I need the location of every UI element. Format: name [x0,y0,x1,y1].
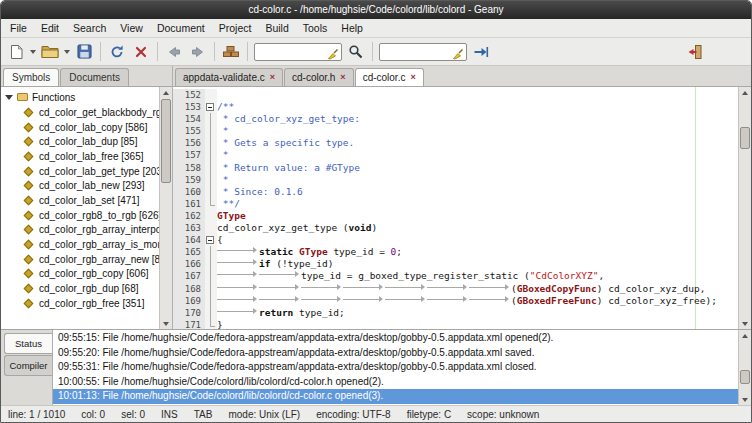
scroll-down-icon[interactable] [739,318,751,329]
line-number[interactable]: 157 [173,149,205,161]
nav-back-button[interactable] [162,40,186,64]
fold-margin[interactable] [205,246,217,258]
message-scrollbar[interactable] [738,330,751,405]
line-number[interactable]: 162 [173,210,205,222]
code-text[interactable]: GType [217,210,738,222]
line-number[interactable]: 160 [173,186,205,198]
nav-forward-button[interactable] [186,40,210,64]
line-number[interactable]: 158 [173,162,205,174]
symbol-item[interactable]: cd_color_rgb_array_new [896] [4,252,159,267]
code-text[interactable]: (GBoxedCopyFunc) cd_color_xyz_dup, [217,283,738,295]
fold-margin[interactable] [205,149,217,161]
fold-margin[interactable] [205,89,217,101]
code-text[interactable]: * Gets a specific type. [217,137,738,149]
line-number[interactable]: 167 [173,270,205,282]
editor-tab-cd-color.h[interactable]: cd-color.h× [284,68,354,86]
new-file-dropdown[interactable] [28,40,38,64]
line-number[interactable]: 166 [173,258,205,270]
symbol-item[interactable]: cd_color_lab_new [293] [4,178,159,193]
menu-item-search[interactable]: Search [66,20,113,36]
line-number[interactable]: 163 [173,222,205,234]
line-number[interactable]: 155 [173,125,205,137]
fold-margin[interactable] [205,283,217,295]
line-number[interactable]: 168 [173,283,205,295]
menu-item-project[interactable]: Project [212,20,259,36]
open-file-dropdown[interactable] [62,40,72,64]
fold-margin[interactable] [205,174,217,186]
line-number[interactable]: 161 [173,198,205,210]
goto-line-input[interactable] [380,45,448,59]
line-number[interactable]: 153 [173,101,205,113]
symbol-item[interactable]: cd_color_lab_dup [85] [4,134,159,149]
symbol-item[interactable]: cd_color_rgb_dup [68] [4,281,159,296]
symbol-item[interactable]: cd_color_lab_set [471] [4,193,159,208]
menu-item-tools[interactable]: Tools [296,20,335,36]
fold-margin[interactable] [205,162,217,174]
symbol-item[interactable]: cd_color_rgb_copy [606] [4,267,159,282]
clear-goto-icon[interactable] [452,46,464,58]
line-number[interactable]: 159 [173,174,205,186]
message-row[interactable]: 09:55:20: File /home/hughsie/Code/fedora… [53,346,738,361]
fold-margin[interactable] [205,210,217,222]
code-text[interactable]: type_id = g_boxed_type_register_static (… [217,270,738,282]
menu-item-help[interactable]: Help [334,20,370,36]
line-number[interactable]: 165 [173,246,205,258]
line-number[interactable]: 169 [173,295,205,307]
message-tab-status[interactable]: Status [4,333,52,354]
menu-item-build[interactable]: Build [258,20,295,36]
sidebar-scrollbar[interactable] [159,87,172,329]
code-text[interactable] [217,89,738,101]
code-text[interactable]: * cd_color_xyz_get_type: [217,113,738,125]
message-row[interactable]: 10:00:55: File /home/hughsie/Code/colord… [53,375,738,390]
code-text[interactable]: static GType type_id = 0; [217,246,738,258]
code-text[interactable]: * Since: 0.1.6 [217,186,738,198]
symbol-item[interactable]: cd_color_lab_copy [586] [4,120,159,135]
line-number[interactable]: 171 [173,319,205,329]
code-text[interactable]: * [217,125,738,137]
menu-item-document[interactable]: Document [150,20,212,36]
scroll-down-icon[interactable] [739,394,751,405]
fold-toggle-icon[interactable] [206,236,214,244]
fold-margin[interactable] [205,307,217,319]
message-row[interactable]: 09:55:31: File /home/hughsie/Code/fedora… [53,360,738,375]
new-file-button[interactable] [4,40,28,64]
symbol-item[interactable]: cd_color_rgb_array_is_monotonic [4,237,159,252]
fold-margin[interactable] [205,270,217,282]
tab-close-icon[interactable]: × [410,73,415,82]
menu-item-file[interactable]: File [3,20,34,36]
fold-margin[interactable] [205,234,217,246]
tab-close-icon[interactable]: × [340,73,345,82]
symbol-item[interactable]: cd_color_rgb_free [351] [4,296,159,311]
code-text[interactable]: cd_color_xyz_get_type (void) [217,222,738,234]
scrollbar-slider[interactable] [161,99,171,183]
fold-margin[interactable] [205,186,217,198]
code-text[interactable]: /** [217,101,738,113]
titlebar[interactable]: cd-color.c - /home/hughsie/Code/colord/l… [1,1,751,19]
line-number[interactable]: 154 [173,113,205,125]
clear-search-icon[interactable] [327,46,339,58]
message-tab-compiler[interactable]: Compiler [4,355,52,376]
fold-margin[interactable] [205,137,217,149]
editor-tab-appdata-validate.c[interactable]: appdata-validate.c× [175,68,283,86]
fold-margin[interactable] [205,101,217,113]
fold-margin[interactable] [205,222,217,234]
symbol-item[interactable]: cd_color_get_blackbody_rgb [97 [4,105,159,120]
scrollbar-slider[interactable] [740,127,750,149]
quit-button[interactable] [683,40,707,64]
scroll-down-icon[interactable] [160,318,172,329]
compile-button[interactable] [219,40,243,64]
goto-line-button[interactable] [469,40,493,64]
code-text[interactable]: { [217,234,738,246]
code-text[interactable]: (GBoxedFreeFunc) cd_color_xyz_free); [217,295,738,307]
fold-margin[interactable] [205,258,217,270]
code-text[interactable]: if (!type_id) [217,258,738,270]
fold-margin[interactable] [205,198,217,210]
search-button[interactable] [344,40,368,64]
code-editor[interactable]: 152153/**154 * cd_color_xyz_get_type:155… [173,87,738,329]
editor-tab-cd-color.c[interactable]: cd-color.c× [355,68,424,86]
revert-button[interactable] [105,40,129,64]
message-row[interactable]: 09:55:15: File /home/hughsie/Code/fedora… [53,331,738,346]
fold-margin[interactable] [205,113,217,125]
save-file-button[interactable] [72,40,96,64]
line-number[interactable]: 170 [173,307,205,319]
